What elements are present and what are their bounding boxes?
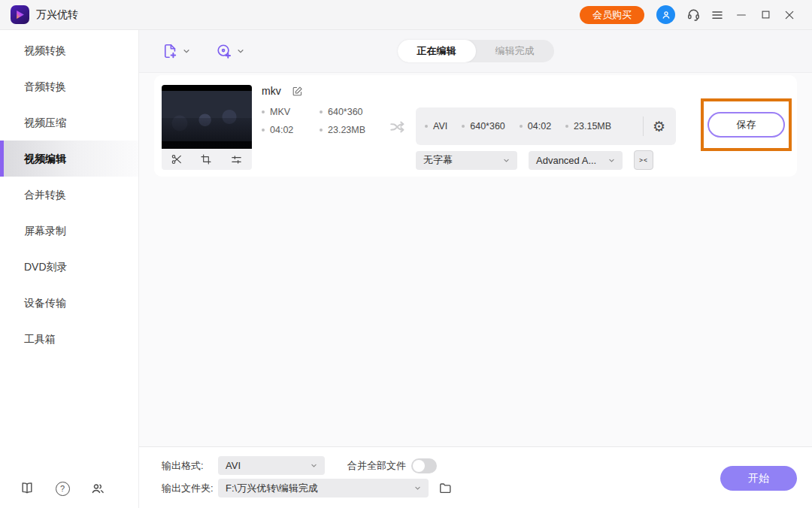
open-folder-icon[interactable] [438, 481, 453, 495]
sidebar-item-label: DVD刻录 [24, 261, 68, 273]
output-folder-select[interactable]: F:\万兴优转\编辑完成 [218, 479, 429, 497]
sidebar-item-video-edit[interactable]: 视频编辑 [0, 141, 138, 177]
chevron-down-icon [237, 47, 244, 55]
subtitle-select-value: 无字幕 [423, 153, 453, 167]
audio-select-value: Advanced A... [536, 155, 596, 166]
help-icon[interactable]: ? [55, 481, 70, 496]
merge-all-toggle[interactable] [411, 458, 437, 473]
sidebar-item-label: 合并转换 [24, 189, 66, 201]
output-format-label: 输出格式: [162, 456, 204, 476]
sidebar-item-video-compress[interactable]: 视频压缩 [0, 104, 138, 141]
support-headset-icon[interactable] [681, 3, 705, 27]
sidebar-item-label: 视频转换 [24, 44, 66, 56]
sidebar-footer: ? [20, 481, 105, 496]
output-format: AVI [425, 121, 447, 132]
menu-icon[interactable] [705, 3, 729, 27]
sidebar-item-merge-convert[interactable]: 合并转换 [0, 177, 138, 213]
add-file-icon [162, 43, 178, 59]
chevron-down-icon [183, 47, 190, 55]
edit-status-tabs: 正在编辑 编辑完成 [398, 40, 554, 62]
output-resolution: 640*360 [462, 121, 505, 132]
sidebar-item-audio-convert[interactable]: 音频转换 [0, 68, 138, 104]
chevron-down-icon [311, 462, 317, 469]
close-icon[interactable] [777, 3, 801, 27]
trim-scissors-icon[interactable] [171, 153, 183, 165]
crop-icon[interactable] [200, 153, 212, 165]
sidebar-item-screen-record[interactable]: 屏幕录制 [0, 213, 138, 249]
output-duration: 04:02 [520, 121, 551, 132]
collapse-icon[interactable]: >< [634, 150, 653, 170]
toolbar: 正在编辑 编辑完成 [139, 30, 812, 73]
chevron-down-icon [608, 157, 615, 164]
sidebar-item-toolbox[interactable]: 工具箱 [0, 321, 138, 357]
minimize-icon[interactable] [729, 3, 753, 27]
source-format: MKV [262, 107, 320, 117]
chevron-down-icon [414, 485, 421, 491]
window-titlebar: 万兴优转 会员购买 [0, 0, 812, 30]
add-dvd-button[interactable] [216, 43, 244, 59]
sidebar-item-label: 视频压缩 [24, 116, 66, 129]
help-glyph: ? [56, 482, 70, 496]
user-avatar[interactable] [656, 5, 675, 24]
video-thumbnail [162, 85, 252, 149]
file-card: mkv MKV 640*360 04:02 23.23MB AVI 640*36… [154, 75, 797, 177]
merge-all-label: 合并全部文件 [347, 456, 406, 476]
output-folder-label: 输出文件夹: [162, 479, 214, 498]
audio-track-select[interactable]: Advanced A... [529, 151, 623, 170]
source-duration: 04:02 [262, 125, 320, 135]
output-folder-value: F:\万兴优转\编辑完成 [226, 482, 318, 495]
sidebar-item-label: 视频编辑 [24, 153, 66, 165]
save-button[interactable]: 保存 [707, 112, 785, 138]
main-panel: 正在编辑 编辑完成 mk [139, 30, 812, 508]
stream-selectors: 无字幕 Advanced A... >< [416, 150, 653, 170]
output-format-select[interactable]: AVI [218, 456, 325, 475]
source-media-info: MKV 640*360 04:02 23.23MB [262, 107, 365, 135]
bottom-bar: 输出格式: AVI 合并全部文件 输出文件夹: F:\万兴优转\编辑完成 开始 [139, 446, 812, 508]
app-logo-icon [11, 5, 29, 24]
add-file-button[interactable] [162, 43, 190, 59]
tab-edit-finished[interactable]: 编辑完成 [476, 40, 554, 62]
rename-edit-icon[interactable] [292, 86, 303, 97]
output-format-value: AVI [226, 460, 241, 471]
add-dvd-icon [216, 43, 232, 59]
save-highlight-box: 保存 [701, 98, 792, 151]
community-icon[interactable] [90, 481, 105, 496]
sidebar-item-label: 屏幕录制 [24, 225, 66, 237]
effects-sliders-icon[interactable] [230, 153, 243, 166]
sidebar-item-video-convert[interactable]: 视频转换 [0, 32, 138, 68]
file-name: mkv [262, 85, 281, 97]
guide-book-icon[interactable] [20, 481, 35, 496]
buy-membership-button[interactable]: 会员购买 [580, 6, 644, 24]
thumbnail-toolbar [162, 149, 252, 170]
maximize-icon[interactable] [753, 3, 777, 27]
source-size: 23.23MB [320, 125, 365, 135]
sidebar-item-device-transfer[interactable]: 设备传输 [0, 285, 138, 321]
app-title: 万兴优转 [36, 8, 78, 22]
sidebar-item-label: 工具箱 [24, 333, 56, 345]
start-button[interactable]: 开始 [720, 466, 797, 491]
sidebar-item-label: 音频转换 [24, 80, 66, 92]
source-resolution: 640*360 [320, 107, 365, 117]
sidebar: 视频转换 音频转换 视频压缩 视频编辑 合并转换 屏幕录制 DVD刻录 设备传输… [0, 30, 139, 508]
sidebar-item-label: 设备传输 [24, 297, 66, 309]
output-settings-box: AVI 640*360 04:02 23.15MB ⚙ [416, 107, 676, 145]
output-size: 23.15MB [565, 121, 611, 132]
convert-shuffle-icon [389, 118, 408, 138]
tab-editing[interactable]: 正在编辑 [398, 40, 476, 62]
sidebar-item-dvd-burn[interactable]: DVD刻录 [0, 249, 138, 285]
subtitle-select[interactable]: 无字幕 [416, 151, 517, 170]
output-settings-gear-icon[interactable]: ⚙ [644, 119, 667, 134]
chevron-down-icon [503, 157, 510, 164]
